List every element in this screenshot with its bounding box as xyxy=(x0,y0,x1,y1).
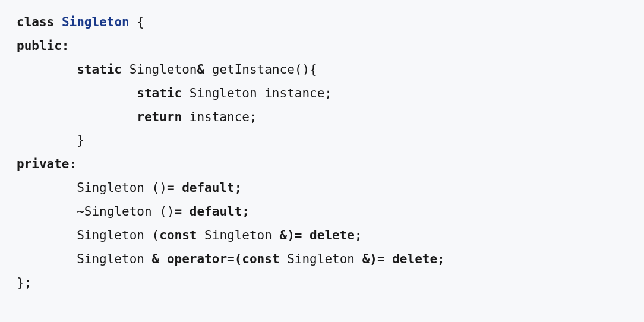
function-close: } xyxy=(77,133,84,147)
class-name: Singleton xyxy=(62,15,130,29)
ampersand: & xyxy=(197,62,211,77)
assign-pre: Singleton xyxy=(77,252,151,266)
keyword-delete: delete xyxy=(392,252,437,266)
keyword-default: default xyxy=(182,181,235,195)
return-type: Singleton xyxy=(122,62,197,77)
copy-constructor-pre: Singleton ( xyxy=(77,228,159,242)
return-value: instance; xyxy=(182,110,257,124)
equals: = xyxy=(175,204,190,219)
constructor: Singleton () xyxy=(77,181,167,195)
amp-close: &)= xyxy=(280,228,310,242)
destructor: ~Singleton () xyxy=(77,204,174,219)
assign-mid: Singleton xyxy=(280,252,362,266)
class-close: }; xyxy=(17,276,31,290)
brace-open: { xyxy=(130,15,144,29)
colon: : xyxy=(62,39,70,53)
semicolon: ; xyxy=(355,228,362,242)
keyword-static: static xyxy=(137,86,182,100)
keyword-default: default xyxy=(190,204,242,219)
keyword-static: static xyxy=(77,62,122,77)
keyword-const: const xyxy=(159,228,197,242)
code-block: class Singleton { public: static Singlet… xyxy=(17,11,627,295)
instance-decl: Singleton instance; xyxy=(182,86,332,100)
keyword-return: return xyxy=(137,110,182,124)
keyword-public: public xyxy=(17,39,62,53)
paren-open: ( xyxy=(235,252,242,266)
copy-constructor-mid: Singleton xyxy=(197,228,279,242)
keyword-delete: delete xyxy=(310,228,355,242)
function-name: getInstance(){ xyxy=(212,62,317,77)
keyword-class: class xyxy=(17,15,54,29)
equals: = xyxy=(167,181,182,195)
amp-operator: & operator= xyxy=(152,252,235,266)
semicolon: ; xyxy=(437,252,445,266)
keyword-private: private xyxy=(17,157,70,171)
colon: : xyxy=(70,157,77,171)
semicolon: ; xyxy=(235,181,242,195)
semicolon: ; xyxy=(242,204,250,219)
keyword-const: const xyxy=(242,252,279,266)
amp-close: &)= xyxy=(362,252,393,266)
